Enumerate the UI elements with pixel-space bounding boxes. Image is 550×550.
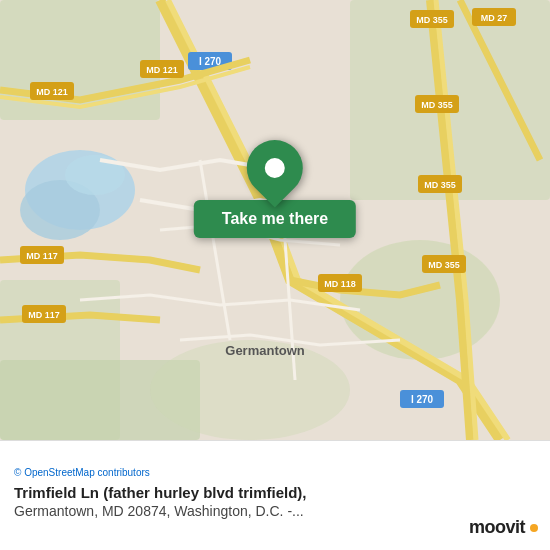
address-subtitle: Germantown, MD 20874, Washington, D.C. -… (14, 502, 536, 522)
svg-text:MD 117: MD 117 (26, 251, 58, 261)
svg-text:MD 121: MD 121 (146, 65, 178, 75)
moovit-dot-icon (530, 524, 538, 532)
svg-text:I 270: I 270 (199, 56, 222, 67)
svg-text:MD 117: MD 117 (28, 310, 60, 320)
copyright-line: © OpenStreetMap contributors (14, 467, 536, 478)
info-bar: © OpenStreetMap contributors Trimfield L… (0, 440, 550, 550)
svg-text:Germantown: Germantown (225, 343, 305, 358)
svg-text:MD 355: MD 355 (421, 100, 453, 110)
svg-text:MD 355: MD 355 (428, 260, 460, 270)
svg-text:MD 355: MD 355 (416, 15, 448, 25)
map-container: I 270 MD 355 MD 355 MD 355 MD 355 MD 121… (0, 0, 550, 440)
svg-text:MD 355: MD 355 (424, 180, 456, 190)
svg-text:MD 27: MD 27 (481, 13, 508, 23)
location-pin-inner (265, 158, 285, 178)
svg-text:MD 118: MD 118 (324, 279, 356, 289)
button-overlay: Take me there (194, 140, 356, 238)
moovit-logo: moovit (469, 517, 525, 538)
svg-text:MD 121: MD 121 (36, 87, 68, 97)
moovit-badge: moovit (469, 517, 538, 538)
location-pin (235, 128, 314, 207)
svg-text:I 270: I 270 (411, 394, 434, 405)
address-title: Trimfield Ln (father hurley blvd trimfie… (14, 483, 536, 503)
copyright-link[interactable]: © OpenStreetMap contributors (14, 467, 150, 478)
